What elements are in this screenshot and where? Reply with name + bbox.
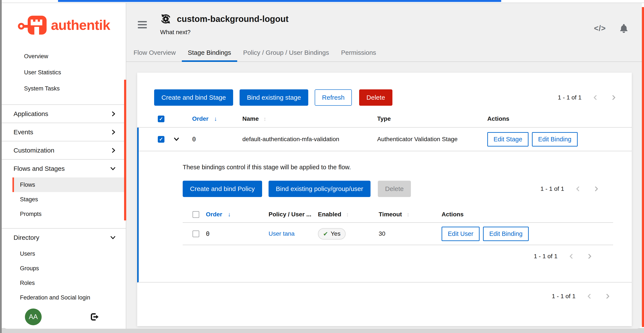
- sidebar-item-user-statistics[interactable]: User Statistics: [2, 65, 126, 81]
- pagination-prev-icon[interactable]: [575, 186, 580, 192]
- tab-label: Permissions: [341, 49, 376, 56]
- column-header-order[interactable]: Order↓: [192, 115, 242, 122]
- stage-pagination-top: 1 - 1 of 1: [558, 94, 616, 101]
- pagination-next-icon[interactable]: [587, 253, 592, 259]
- column-header-enabled[interactable]: Enabled↕: [318, 211, 379, 218]
- column-label: Order: [206, 211, 222, 218]
- sidebar-item-groups[interactable]: Groups: [12, 261, 126, 276]
- tab-flow-overview[interactable]: Flow Overview: [128, 46, 182, 62]
- sidebar-subitem-label: Stages: [20, 196, 38, 203]
- policy-row-checkbox[interactable]: [192, 230, 199, 237]
- tab-stage-bindings[interactable]: Stage Bindings: [182, 46, 237, 62]
- authentik-logo[interactable]: authentik: [2, 3, 126, 47]
- sign-out-icon[interactable]: [90, 312, 100, 321]
- sidebar-item-customization[interactable]: Customization: [2, 141, 126, 159]
- sidebar-section-customization: Customization: [2, 141, 126, 159]
- pagination-next-icon[interactable]: [611, 95, 616, 100]
- pagination-label: 1 - 1 of 1: [558, 94, 582, 101]
- refresh-button[interactable]: Refresh: [315, 89, 352, 106]
- sidebar-user-bar: AA: [2, 308, 126, 325]
- enabled-label: Yes: [330, 230, 340, 237]
- page-header: custom-background-logout What next?: [126, 3, 642, 36]
- tab-label: Stage Bindings: [188, 49, 231, 56]
- avatar[interactable]: AA: [25, 308, 42, 325]
- browser-loading-bar: [58, 0, 501, 2]
- avatar-initials: AA: [29, 313, 38, 321]
- sidebar-scrollbar-thumb[interactable]: [124, 80, 126, 220]
- sidebar-item-federation-social-login[interactable]: Federation and Social login: [12, 290, 126, 305]
- chevron-right-icon: [111, 111, 116, 117]
- sidebar-item-users[interactable]: Users: [12, 246, 126, 261]
- pagination-label: 1 - 1 of 1: [540, 185, 564, 192]
- bind-existing-policy-button[interactable]: Bind existing policy/group/user: [268, 181, 370, 197]
- hamburger-menu-icon[interactable]: [138, 21, 147, 28]
- expanded-row-group: ✓ 0 default-authentication-mfa-validatio…: [137, 128, 632, 282]
- select-all-checkbox[interactable]: ✓: [158, 116, 164, 122]
- api-code-icon[interactable]: </>: [594, 24, 606, 33]
- column-label: Order: [192, 115, 208, 122]
- row-checkbox[interactable]: ✓: [158, 136, 164, 143]
- header-actions: </>: [594, 24, 628, 33]
- column-header-order[interactable]: Order↓: [206, 211, 268, 218]
- policy-pagination-top: 1 - 1 of 1: [540, 185, 599, 192]
- tab-permissions[interactable]: Permissions: [335, 46, 382, 62]
- policy-row-actions: Edit User Edit Binding: [442, 227, 613, 241]
- column-header-name[interactable]: Name↕: [242, 115, 377, 122]
- sidebar-item-flows[interactable]: Flows: [12, 177, 126, 192]
- policy-delete-button[interactable]: Delete: [378, 181, 411, 197]
- authentik-logo-icon: [18, 14, 49, 36]
- sidebar-item-applications[interactable]: Applications: [2, 105, 126, 123]
- sidebar-section-flows-and-stages: Flows and Stages Flows Stages Prompts: [2, 159, 126, 228]
- column-header-actions: Actions: [487, 115, 632, 122]
- sidebar-item-events[interactable]: Events: [2, 123, 126, 141]
- edit-binding-button[interactable]: Edit Binding: [483, 227, 529, 241]
- pagination-next-icon[interactable]: [605, 293, 610, 299]
- notifications-bell-icon[interactable]: [620, 24, 628, 33]
- sidebar-item-label: System Tasks: [24, 85, 60, 92]
- pagination-next-icon[interactable]: [594, 186, 599, 192]
- sidebar-item-roles[interactable]: Roles: [12, 276, 126, 290]
- edit-binding-button[interactable]: Edit Binding: [532, 132, 578, 147]
- user-link[interactable]: User tana: [268, 230, 294, 237]
- row-expand-chevron-icon[interactable]: [173, 137, 192, 142]
- sidebar-item-stages[interactable]: Stages: [12, 192, 126, 207]
- pagination-prev-icon[interactable]: [587, 293, 592, 299]
- sort-idle-icon: ↕: [406, 211, 409, 218]
- stage-bindings-card: Create and bind Stage Bind existing stag…: [137, 73, 632, 326]
- edit-user-button[interactable]: Edit User: [442, 227, 480, 241]
- sort-desc-icon: ↓: [228, 211, 231, 218]
- chevron-down-icon: [110, 235, 116, 240]
- tab-label: Flow Overview: [134, 49, 176, 56]
- window-bottom-strip: [0, 328, 644, 333]
- pagination-prev-icon[interactable]: [593, 95, 598, 100]
- tab-policy-group-user-bindings[interactable]: Policy / Group / User Bindings: [237, 46, 335, 62]
- sidebar-item-system-tasks[interactable]: System Tasks: [2, 81, 126, 97]
- edit-stage-button[interactable]: Edit Stage: [487, 132, 528, 147]
- main-area: custom-background-logout What next? </> …: [126, 3, 642, 329]
- page-title: custom-background-logout: [177, 15, 288, 23]
- bind-existing-stage-button[interactable]: Bind existing stage: [240, 89, 308, 106]
- sidebar-section-label: Applications: [14, 110, 48, 118]
- sidebar-section-label: Customization: [14, 147, 54, 154]
- expanded-panel: These bindings control if this stage wil…: [139, 151, 632, 260]
- delete-button[interactable]: Delete: [359, 89, 392, 106]
- policy-select-all-checkbox[interactable]: [192, 211, 199, 218]
- chevron-right-icon: [111, 129, 116, 135]
- sort-desc-icon: ↓: [214, 115, 217, 122]
- sidebar-item-flows-and-stages[interactable]: Flows and Stages: [2, 160, 126, 177]
- column-label: Name: [242, 115, 259, 122]
- column-header-timeout[interactable]: Timeout↕: [379, 211, 442, 218]
- sort-idle-icon: ↕: [346, 211, 349, 218]
- directory-sublist: Users Groups Roles Federation and Social…: [2, 246, 126, 312]
- flow-icon: [160, 14, 171, 24]
- sidebar-item-prompts[interactable]: Prompts: [12, 207, 126, 221]
- create-and-bind-stage-button[interactable]: Create and bind Stage: [154, 89, 233, 106]
- pagination-prev-icon[interactable]: [569, 253, 574, 259]
- sidebar-section-label: Directory: [14, 234, 39, 241]
- chevron-right-icon: [111, 147, 116, 153]
- row-name-value: default-authentication-mfa-validation: [242, 136, 377, 143]
- sidebar-item-directory[interactable]: Directory: [2, 229, 126, 246]
- create-and-bind-policy-button[interactable]: Create and bind Policy: [183, 181, 262, 197]
- sidebar-item-overview[interactable]: Overview: [2, 48, 126, 65]
- pagination-label: 1 - 1 of 1: [534, 253, 558, 260]
